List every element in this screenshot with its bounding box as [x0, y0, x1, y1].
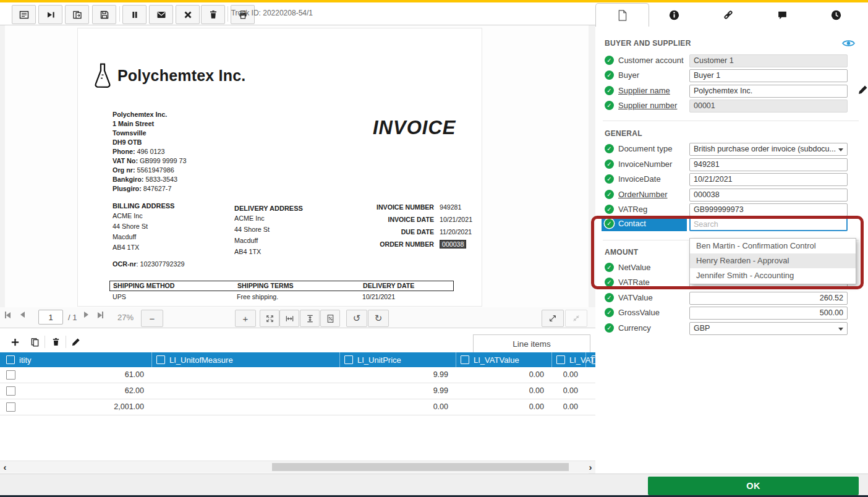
eye-icon[interactable]	[842, 39, 855, 48]
field-row-order-number: ✓ OrderNumber 000038	[595, 189, 868, 202]
customer-account-field[interactable]: Customer 1	[689, 54, 848, 67]
delete-row-button[interactable]	[49, 336, 62, 348]
save-button[interactable]	[92, 5, 116, 24]
column-header-vat-rate[interactable]: LI_VATRate	[556, 352, 595, 367]
document-type-select[interactable]: British purchase order invoice (subdocu.…	[689, 143, 848, 156]
collapse-viewer-button	[565, 310, 587, 327]
ok-button[interactable]: OK	[648, 477, 859, 495]
cell-quantity[interactable]: 2,001.00	[114, 402, 144, 411]
dropdown-option-highlighted[interactable]: Henry Rearden - Approval	[690, 253, 856, 268]
gross-value-field[interactable]: 500.00	[689, 307, 848, 320]
valid-check-icon: ✓	[605, 323, 614, 333]
tab-document-fields[interactable]	[595, 3, 649, 27]
cell-vat-value[interactable]: 0.00	[529, 386, 544, 395]
column-checkbox[interactable]	[156, 355, 165, 364]
buyer-field[interactable]: Buyer 1	[689, 69, 848, 82]
selected-ocr-field[interactable]: 000038	[440, 240, 466, 248]
field-row-supplier-name: ✓ Supplier name Polychemtex Inc.	[595, 85, 868, 98]
tab-history[interactable]	[828, 7, 843, 22]
row-checkbox[interactable]	[6, 370, 15, 380]
fit-width-button[interactable]	[279, 310, 299, 327]
page-number-input[interactable]	[38, 310, 63, 325]
fit-page-button[interactable]	[260, 310, 279, 327]
contact-search-input[interactable]	[689, 218, 848, 231]
currency-select[interactable]: GBP	[689, 322, 848, 335]
valid-check-icon: ✓	[605, 144, 614, 153]
row-checkbox[interactable]	[6, 386, 15, 396]
invoice-number-field[interactable]: 949281	[689, 158, 848, 171]
column-checkbox[interactable]	[344, 355, 353, 364]
cell-unit-price[interactable]: 9.99	[433, 386, 448, 395]
column-checkbox[interactable]	[6, 355, 15, 364]
link-icon	[723, 9, 734, 20]
previous-page-button[interactable]	[20, 312, 25, 318]
cell-quantity[interactable]: 61.00	[125, 370, 144, 379]
sender-line: 1 Main Street	[113, 119, 154, 129]
column-header-quantity[interactable]: itity	[6, 352, 32, 367]
cell-quantity[interactable]: 62.00	[125, 386, 144, 395]
tab-links[interactable]	[721, 7, 736, 22]
tab-info[interactable]	[666, 7, 681, 22]
billing-line: ACME Inc	[113, 211, 143, 221]
expand-diagonal-icon	[548, 314, 557, 323]
actual-size-button[interactable]	[320, 310, 340, 327]
cell-vat-rate[interactable]: 0.00	[563, 370, 578, 379]
zoom-out-button[interactable]: −	[141, 310, 163, 327]
row-checkbox[interactable]	[6, 402, 15, 412]
edit-supplier-pencil-icon[interactable]	[857, 85, 868, 96]
supplier-name-field[interactable]: Polychemtex Inc.	[689, 85, 848, 98]
column-header-unit-of-measure[interactable]: LI_UnitofMeasure	[156, 352, 233, 367]
line-items-tab[interactable]: Line items	[473, 334, 590, 353]
valid-check-icon: ✓	[605, 174, 614, 184]
delete-button[interactable]	[201, 5, 225, 24]
section-title-buyer-supplier: BUYER AND SUPPLIER	[605, 39, 691, 48]
vat-value-field[interactable]: 260.52	[689, 292, 848, 305]
vat-reg-field[interactable]: GB999999973	[689, 203, 848, 216]
invoice-meta-row: INVOICE DATE10/21/2021	[344, 216, 486, 223]
cell-unit-price[interactable]: 9.99	[433, 370, 448, 379]
column-header-unit-price[interactable]: LI_UnitPrice	[344, 352, 401, 367]
cell-vat-rate[interactable]: 0.00	[563, 402, 578, 411]
rotate-right-button[interactable]: ↻	[368, 310, 389, 327]
edit-row-button[interactable]	[69, 336, 82, 348]
order-number-field[interactable]: 000038	[689, 189, 848, 202]
cell-vat-rate[interactable]: 0.00	[563, 386, 578, 395]
horizontal-scrollbar[interactable]: ‹ ›	[0, 461, 595, 473]
suspend-button[interactable]	[122, 5, 147, 24]
copy-row-button[interactable]	[28, 336, 41, 348]
scrollbar-thumb[interactable]	[272, 463, 569, 471]
rotate-left-button[interactable]: ↺	[346, 310, 367, 327]
zoom-in-button[interactable]: +	[235, 310, 256, 327]
dropdown-option[interactable]: Ben Martin - Confirmation Control	[690, 239, 856, 253]
supplier-number-field[interactable]: 00001	[689, 100, 848, 113]
scroll-left-arrow[interactable]: ‹	[0, 461, 10, 473]
delivery-date-value: 10/21/2021	[362, 293, 395, 300]
next-page-button[interactable]	[84, 312, 88, 318]
cell-unit-price[interactable]: 0.00	[433, 402, 448, 411]
line-items-body: 61.00 9.99 0.00 0.00 62.00 9.99 0.00 0.0…	[0, 367, 595, 461]
fit-height-button[interactable]	[300, 310, 320, 327]
reject-button[interactable]	[176, 5, 200, 24]
send-email-button[interactable]	[149, 5, 173, 24]
cell-vat-value[interactable]: 0.00	[529, 370, 544, 379]
next-document-icon	[46, 10, 56, 20]
dropdown-option[interactable]: Jennifer Smith - Accounting	[690, 268, 856, 283]
form-view-button[interactable]	[12, 5, 36, 24]
cell-vat-value[interactable]: 0.00	[529, 402, 544, 411]
collapse-diagonal-icon	[572, 314, 581, 323]
zoom-level-label: 27%	[117, 313, 134, 322]
first-page-button[interactable]	[5, 312, 11, 318]
shipping-terms-value: Free shipping.	[237, 293, 278, 300]
column-checkbox[interactable]	[556, 355, 565, 364]
delivery-line: ACME Inc	[234, 214, 265, 223]
transfer-document-button[interactable]	[65, 5, 89, 24]
add-row-button[interactable]	[9, 336, 21, 348]
next-document-button[interactable]	[38, 5, 62, 24]
column-header-vat-value[interactable]: LI_VATValue	[461, 352, 519, 367]
column-checkbox[interactable]	[461, 355, 469, 364]
last-page-button[interactable]	[98, 312, 103, 318]
scroll-right-arrow[interactable]: ›	[585, 461, 595, 473]
invoice-date-field[interactable]: 10/21/2021	[689, 173, 848, 186]
expand-viewer-button[interactable]	[542, 310, 564, 327]
tab-comments[interactable]	[775, 7, 789, 22]
